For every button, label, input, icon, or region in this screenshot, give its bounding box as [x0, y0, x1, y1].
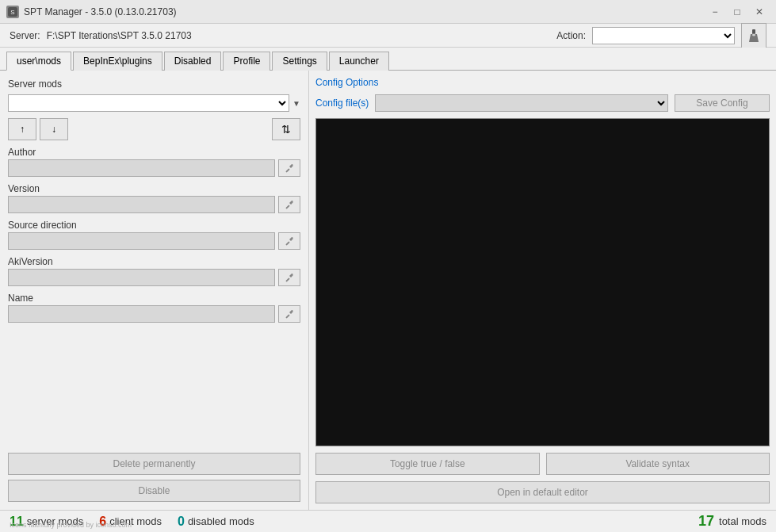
- title-bar-left: S SPT Manager - 3.5.0 (0.13.0.21703): [6, 6, 177, 18]
- source-direction-row: [8, 232, 300, 250]
- open-default-editor-button[interactable]: Open in default editor: [315, 481, 770, 503]
- svg-rect-8: [285, 277, 290, 282]
- maximize-button[interactable]: □: [727, 4, 747, 20]
- tab-disabled[interactable]: Disabled: [164, 52, 222, 71]
- name-field-group: Name: [8, 293, 300, 323]
- server-mods-title: Server mods: [8, 78, 300, 90]
- svg-rect-6: [285, 205, 290, 209]
- svg-point-4: [752, 33, 755, 36]
- config-options-title: Config Options: [315, 77, 770, 88]
- source-direction-label: Source direction: [8, 220, 300, 231]
- author-field-group: Author: [8, 147, 300, 177]
- total-count: 17: [698, 513, 714, 530]
- disabled-mods-count: 0: [178, 515, 185, 529]
- icons-credit: Icons faithfully provided by icons8.com: [10, 521, 132, 529]
- author-wrench-button[interactable]: [278, 159, 300, 177]
- config-editor-area[interactable]: [315, 118, 770, 446]
- status-bar: 11 server mods 6 client mods 0 disabled …: [0, 510, 776, 532]
- version-wrench-button[interactable]: [278, 196, 300, 213]
- version-field-group: Version: [8, 183, 300, 213]
- server-mods-row: ▼: [8, 94, 300, 112]
- version-row: [8, 196, 300, 213]
- aki-version-wrench-button[interactable]: [278, 269, 300, 286]
- bottom-buttons: Delete permanently Disable: [8, 453, 300, 502]
- tab-settings[interactable]: Settings: [272, 52, 327, 71]
- move-up-button[interactable]: ↑: [8, 118, 36, 140]
- name-input[interactable]: [8, 305, 275, 323]
- flashlight-button[interactable]: [741, 23, 766, 48]
- action-label: Action:: [556, 30, 586, 41]
- save-config-button[interactable]: Save Config: [675, 94, 770, 112]
- tab-launcher[interactable]: Launcher: [329, 52, 389, 71]
- move-down-button[interactable]: ↓: [40, 118, 68, 140]
- server-label: Server:: [10, 30, 40, 41]
- ordering-controls: ↑ ↓ ⇅: [8, 118, 300, 140]
- tab-bar: user\mods BepInEx\plugins Disabled Profi…: [0, 48, 776, 71]
- dropdown-arrow-icon: ▼: [292, 99, 300, 108]
- author-input[interactable]: [8, 159, 275, 177]
- tab-bepinex-plugins[interactable]: BepInEx\plugins: [73, 52, 162, 71]
- name-wrench-button[interactable]: [278, 305, 300, 323]
- aki-version-row: [8, 269, 300, 286]
- tab-user-mods[interactable]: user\mods: [6, 52, 71, 71]
- author-row: [8, 159, 300, 177]
- svg-rect-5: [285, 168, 290, 173]
- title-bar: S SPT Manager - 3.5.0 (0.13.0.21703) − □…: [0, 0, 776, 24]
- server-bar: Server: F:\SPT Iterations\SPT 3.5.0 2170…: [0, 24, 776, 48]
- main-content: Server mods ▼ ↑ ↓ ⇅ Author: [0, 71, 776, 510]
- server-path: F:\SPT Iterations\SPT 3.5.0 21703: [47, 30, 192, 41]
- aki-version-field-group: AkiVersion: [8, 256, 300, 286]
- total-mods-label: total mods: [719, 515, 766, 527]
- disabled-mods-status-label: disabled mods: [188, 515, 254, 527]
- open-button-row: Open in default editor: [315, 481, 770, 503]
- svg-rect-9: [285, 314, 290, 319]
- config-files-label: Config file(s): [315, 98, 369, 109]
- version-label: Version: [8, 183, 300, 194]
- source-direction-wrench-button[interactable]: [278, 232, 300, 250]
- app-icon: S: [6, 6, 19, 18]
- disable-button[interactable]: Disable: [8, 480, 300, 502]
- aki-version-label: AkiVersion: [8, 256, 300, 267]
- svg-text:S: S: [10, 9, 14, 16]
- source-direction-input[interactable]: [8, 232, 275, 250]
- svg-rect-2: [752, 29, 755, 34]
- left-panel: Server mods ▼ ↑ ↓ ⇅ Author: [0, 71, 309, 510]
- name-row: [8, 305, 300, 323]
- validate-syntax-button[interactable]: Validate syntax: [546, 453, 770, 475]
- minimize-button[interactable]: −: [705, 4, 725, 20]
- config-files-row: Config file(s) Save Config: [315, 94, 770, 112]
- svg-rect-7: [285, 241, 290, 246]
- author-label: Author: [8, 147, 300, 158]
- source-direction-field-group: Source direction: [8, 220, 300, 250]
- close-button[interactable]: ✕: [749, 4, 770, 20]
- bottom-action-row: Toggle true / false Validate syntax: [315, 453, 770, 475]
- name-label: Name: [8, 293, 300, 304]
- toggle-button[interactable]: Toggle true / false: [315, 453, 540, 475]
- aki-version-input[interactable]: [8, 269, 275, 286]
- version-input[interactable]: [8, 196, 275, 213]
- sort-button[interactable]: ⇅: [272, 118, 300, 140]
- server-mods-dropdown[interactable]: [8, 94, 289, 112]
- disabled-mods-status: 0 disabled mods: [178, 515, 254, 529]
- server-mods-section: Server mods ▼: [8, 78, 300, 112]
- delete-permanently-button[interactable]: Delete permanently: [8, 453, 300, 475]
- tab-profile[interactable]: Profile: [223, 52, 270, 71]
- action-dropdown[interactable]: [592, 27, 735, 44]
- config-files-dropdown[interactable]: [375, 94, 668, 112]
- right-panel: Config Options Config file(s) Save Confi…: [309, 71, 776, 510]
- window-title: SPT Manager - 3.5.0 (0.13.0.21703): [24, 6, 177, 17]
- window-controls: − □ ✕: [705, 4, 770, 20]
